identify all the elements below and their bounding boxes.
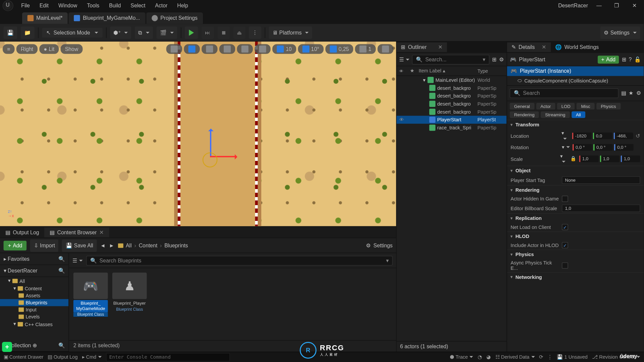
close-icon[interactable]: ✕ xyxy=(542,44,546,50)
tree-item-blueprints[interactable]: Blueprints xyxy=(0,299,68,306)
tree-item-all[interactable]: ▾ All xyxy=(0,277,68,284)
stats-button[interactable]: ◔ xyxy=(478,354,482,360)
add-component-button[interactable]: + Add xyxy=(598,55,619,63)
category-rendering[interactable]: Rendering xyxy=(510,111,539,118)
gizmo-y-axis[interactable] xyxy=(210,129,211,156)
label-column[interactable]: Item Label ▴ xyxy=(419,68,475,74)
settings-dropdown[interactable]: ⚙ Settings xyxy=(600,26,640,39)
category-streaming[interactable]: Streaming xyxy=(541,111,570,118)
type-column[interactable]: Type xyxy=(477,68,504,74)
menu-actor[interactable]: Actor xyxy=(151,1,172,11)
category-misc[interactable]: Misc xyxy=(577,103,594,110)
minimize-button[interactable]: — xyxy=(592,1,606,11)
tab-outliner[interactable]: ⊞ Outliner ✕ xyxy=(396,43,447,52)
outliner-row-race-track-spri[interactable]: race_track_SpriPaperSp xyxy=(396,124,506,132)
viewport-show-button[interactable]: Show xyxy=(61,44,83,54)
component-row[interactable]: ⬭ CapsuleComponent (CollisionCapsule) xyxy=(507,76,644,85)
tab-mainlevel[interactable]: MainLevel* xyxy=(22,12,68,24)
scale-tool-button[interactable] xyxy=(219,44,235,54)
visibility-column[interactable] xyxy=(399,68,407,74)
more-button[interactable]: ⋮ xyxy=(547,354,552,360)
tab-blueprint-gamemode[interactable]: Blueprint_MyGameMo... xyxy=(69,12,146,24)
stats2-button[interactable]: ◕ xyxy=(486,354,491,360)
details-settings-button[interactable]: ⚙ xyxy=(636,90,641,96)
tree-item-content[interactable]: ▾ Content xyxy=(0,285,68,292)
skip-button[interactable]: ⏭ xyxy=(202,26,214,39)
tree-item-c-classes[interactable]: ▾ C++ Classes xyxy=(0,320,68,328)
cmd-dropdown[interactable]: ▸ Cmd xyxy=(82,354,102,360)
derived-data-button[interactable]: ☷ Derived Data xyxy=(495,354,535,360)
history-fwd-button[interactable]: ► xyxy=(109,242,114,248)
asset-blueprint-player[interactable]: ♟Blueprint_PlayerBlueprint Class xyxy=(112,273,147,311)
pin-column[interactable]: ★ xyxy=(410,68,416,74)
surface-snap-button[interactable] xyxy=(255,44,271,54)
category-physics[interactable]: Physics xyxy=(596,103,621,110)
asset-search-input[interactable]: 🔍 Search Blueprints ▾ xyxy=(86,255,392,265)
tab-output-log[interactable]: ▤ Output Log xyxy=(0,227,44,237)
unsaved-button[interactable]: 💾 1 Unsaved xyxy=(557,354,588,360)
text-field[interactable] xyxy=(562,176,640,184)
history-back-button[interactable]: ◄ xyxy=(100,242,106,248)
grid-snap-button[interactable]: 10 xyxy=(272,44,296,54)
favorites-section[interactable]: ▸ Favorites 🔍 xyxy=(0,253,68,265)
breadcrumb-content[interactable]: Content xyxy=(139,242,157,248)
maximize-button[interactable]: ❐ xyxy=(610,1,624,11)
checkbox[interactable] xyxy=(562,262,568,268)
viewport-layout-button[interactable] xyxy=(378,44,393,54)
menu-help[interactable]: Help xyxy=(173,1,193,11)
category-lod[interactable]: LOD xyxy=(557,103,575,110)
breadcrumb-blueprints[interactable]: Blueprints xyxy=(164,242,188,248)
cb-settings-button[interactable]: Settings xyxy=(373,242,392,248)
add-folder-button[interactable]: ⊞ xyxy=(492,56,496,62)
stop-button[interactable]: ⏹ xyxy=(217,26,230,39)
select-tool-button[interactable] xyxy=(166,44,182,54)
asset-blueprint-mygamemode[interactable]: 🎮Blueprint_MyGameModeBlueprint Class xyxy=(73,273,108,317)
tab-details[interactable]: ✎ Details ✕ xyxy=(507,43,551,52)
checkbox[interactable] xyxy=(562,196,568,202)
play-button[interactable] xyxy=(185,26,198,39)
level-viewport[interactable]: z↑→x ≡ Right ● Lit Show 10 10° 0,25 1 xyxy=(0,42,396,226)
output-log-button[interactable]: ▤ Output Log xyxy=(48,354,77,360)
search-icon[interactable]: 🔍 xyxy=(58,342,65,348)
play-options-button[interactable]: ⋮ xyxy=(249,26,261,39)
angle-snap-button[interactable]: 10° xyxy=(298,44,324,54)
outliner-row-mainlevel-editor-[interactable]: ▾ MainLevel (Editor)World xyxy=(396,76,506,84)
platforms-dropdown[interactable]: 🖥 Platforms xyxy=(269,26,312,39)
live-coding-button[interactable]: ⟳ xyxy=(539,354,543,360)
menu-build[interactable]: Build xyxy=(105,1,125,11)
import-button[interactable]: ⇩ Import xyxy=(30,239,58,252)
console-command-input[interactable]: Enter Console Command xyxy=(106,353,230,361)
outliner-search-input[interactable]: 🔍 Search... ▾ xyxy=(412,55,489,64)
add-button[interactable]: + Add xyxy=(4,241,27,250)
close-icon[interactable]: ✕ xyxy=(438,44,442,50)
outliner-row-desert-backgro[interactable]: desert_backgroPaperSp xyxy=(396,108,506,116)
list-view-button[interactable]: ▤ xyxy=(621,90,626,96)
outliner-filter-button[interactable]: ☰ xyxy=(399,56,409,62)
content-drawer-button[interactable]: ▣ Content Drawer xyxy=(4,354,44,360)
filter-button[interactable]: ☰ xyxy=(72,257,83,263)
details-search-input[interactable]: 🔍 Search xyxy=(510,88,619,98)
checkbox[interactable] xyxy=(562,224,568,230)
cinematics-dropdown[interactable]: 🎬 xyxy=(156,26,177,39)
add-content-button[interactable]: ⬢⁺ xyxy=(110,26,131,39)
menu-window[interactable]: Window xyxy=(54,1,82,11)
outliner-row-desert-backgro[interactable]: desert_backgroPaperSp xyxy=(396,92,506,100)
translate-tool-button[interactable] xyxy=(184,44,200,54)
menu-file[interactable]: File xyxy=(17,1,34,11)
browse-button[interactable]: 📁 xyxy=(21,26,35,39)
menu-edit[interactable]: Edit xyxy=(35,1,53,11)
tab-content-browser[interactable]: ▤ Content Browser ✕ xyxy=(44,227,109,237)
close-icon[interactable]: ✕ xyxy=(99,229,104,235)
tab-project-settings[interactable]: Project Settings xyxy=(146,12,203,24)
viewport-menu-button[interactable]: ≡ xyxy=(3,44,15,54)
help-button[interactable]: ? xyxy=(629,56,632,62)
actor-instance-row[interactable]: 🎮 PlayerStart (Instance) xyxy=(507,66,644,76)
tab-world-settings[interactable]: 🌐 World Settings xyxy=(551,43,603,52)
menu-tools[interactable]: Tools xyxy=(83,1,104,11)
project-section[interactable]: ▾ DesertRacer 🔍 xyxy=(0,265,68,277)
rotate-tool-button[interactable] xyxy=(202,44,218,54)
component-list-button[interactable]: ⊞ xyxy=(622,56,626,62)
editor-mode-dropdown[interactable]: ↖ Selection Mode xyxy=(42,27,102,37)
close-button[interactable]: ✕ xyxy=(628,1,641,11)
category-actor[interactable]: Actor xyxy=(536,103,555,110)
